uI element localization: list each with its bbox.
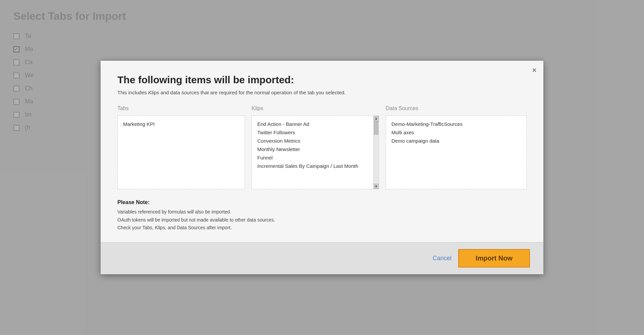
klips-list-item: Funnel bbox=[257, 153, 368, 162]
scrollbar-track bbox=[374, 121, 379, 184]
tabs-list-item: Marketing KPI bbox=[123, 120, 239, 128]
import-dialog: × The following items will be imported: … bbox=[101, 61, 543, 274]
dialog-footer: Cancel Import Now bbox=[101, 242, 543, 274]
scrollbar-up-button[interactable]: ▲ bbox=[374, 116, 379, 121]
note-section: Please Note: Variables referenced by for… bbox=[117, 199, 527, 232]
klips-scrollbar[interactable]: ▲ ▼ bbox=[373, 116, 379, 189]
note-text: Variables referenced by formulas will al… bbox=[117, 208, 527, 232]
dialog-body: × The following items will be imported: … bbox=[101, 61, 543, 242]
klips-list-item: Monthly Newsletter bbox=[257, 145, 368, 153]
cancel-button[interactable]: Cancel bbox=[433, 255, 451, 262]
klips-list: End Action - Banner AdTwitter FollowersC… bbox=[252, 116, 373, 189]
note-title: Please Note: bbox=[117, 199, 527, 205]
datasources-column-header: Data Sources bbox=[386, 105, 527, 111]
close-button[interactable]: × bbox=[532, 66, 537, 74]
klips-column: Klips End Action - Banner AdTwitter Foll… bbox=[252, 105, 379, 189]
tabs-column: Tabs Marketing KPI bbox=[117, 105, 245, 189]
datasources-list-item: Multi axes bbox=[391, 128, 521, 137]
tabs-column-header: Tabs bbox=[117, 105, 245, 111]
scrollbar-down-button[interactable]: ▼ bbox=[374, 184, 379, 189]
modal-overlay: × The following items will be imported: … bbox=[0, 0, 644, 335]
klips-list-item: Incremental Sales By Campaign / Last Mon… bbox=[257, 162, 368, 170]
datasources-list-item: Demo-Marketing-TrafficSources bbox=[391, 120, 521, 128]
klips-list-item: Conversion Metrics bbox=[257, 137, 368, 145]
dialog-subtitle: This includes Klips and data sources tha… bbox=[117, 90, 527, 95]
tabs-list: Marketing KPI bbox=[117, 115, 245, 189]
scrollbar-thumb[interactable] bbox=[374, 121, 378, 135]
klips-list-item: End Action - Banner Ad bbox=[257, 120, 368, 128]
import-now-button[interactable]: Import Now bbox=[458, 249, 530, 268]
datasources-list-item: Demo campaign data bbox=[391, 137, 521, 145]
klips-list-wrapper: End Action - Banner AdTwitter FollowersC… bbox=[252, 115, 379, 189]
datasources-list: Demo-Marketing-TrafficSourcesMulti axesD… bbox=[386, 115, 527, 189]
klips-list-item: Twitter Followers bbox=[257, 128, 368, 137]
columns-container: Tabs Marketing KPI Klips End Action - Ba… bbox=[117, 105, 527, 189]
dialog-title: The following items will be imported: bbox=[117, 74, 527, 86]
klips-column-header: Klips bbox=[252, 105, 379, 111]
datasources-column: Data Sources Demo-Marketing-TrafficSourc… bbox=[386, 105, 527, 189]
